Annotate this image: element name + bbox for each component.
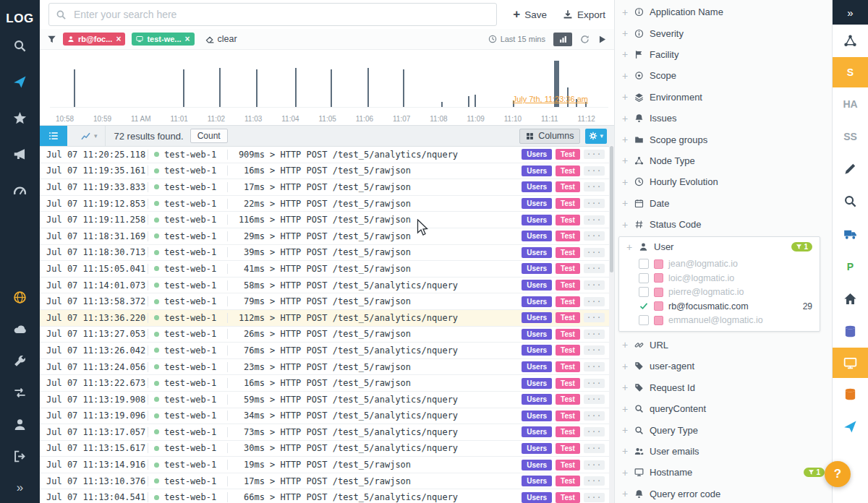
- export-button[interactable]: Export: [563, 9, 605, 20]
- users-badge[interactable]: Users: [522, 460, 552, 470]
- nav-search[interactable]: [13, 39, 27, 56]
- rail-workspace-s[interactable]: S: [833, 57, 868, 87]
- rail-edit[interactable]: [833, 152, 868, 185]
- log-row[interactable]: Jul 07 11:18:31.169test-web-129ms> HTTP …: [40, 228, 614, 245]
- row-more-button[interactable]: ···: [584, 297, 605, 306]
- log-row[interactable]: Jul 07 11:13:15.617test-web-130ms> HTTP …: [40, 441, 614, 457]
- checked-checkbox[interactable]: [639, 301, 649, 311]
- row-more-button[interactable]: ···: [584, 150, 605, 159]
- log-row[interactable]: Jul 07 11:19:12.853test-web-122ms> HTTP …: [40, 196, 614, 212]
- test-badge[interactable]: Test: [556, 231, 580, 241]
- nav-transfer[interactable]: [13, 386, 27, 403]
- test-badge[interactable]: Test: [556, 198, 580, 209]
- user-facet-option[interactable]: emmanuel@logmatic.io: [619, 313, 820, 327]
- log-row[interactable]: Jul 07 11:18:30.713test-web-139ms> HTTP …: [40, 245, 614, 262]
- user-facet-option[interactable]: rb@focusmatic.com29: [619, 299, 820, 314]
- test-badge[interactable]: Test: [556, 263, 580, 274]
- rail-home[interactable]: [833, 283, 868, 315]
- row-more-button[interactable]: ···: [584, 379, 605, 388]
- filter-tag[interactable]: rb@foc...×: [63, 33, 125, 46]
- facet-status-code[interactable]: +Status Code: [615, 214, 832, 235]
- test-badge[interactable]: Test: [556, 296, 580, 307]
- test-badge[interactable]: Test: [556, 215, 580, 225]
- rail-storage[interactable]: [833, 315, 868, 348]
- user-facet-option[interactable]: jean@logmatic.io: [619, 257, 820, 271]
- rail-workspace-ha[interactable]: HA: [833, 87, 868, 120]
- users-badge[interactable]: Users: [522, 492, 552, 503]
- remove-filter-icon[interactable]: ×: [185, 35, 190, 43]
- nav-settings[interactable]: [13, 354, 27, 371]
- log-row[interactable]: Jul 07 11:13:27.053test-web-126ms> HTTP …: [40, 327, 614, 343]
- row-more-button[interactable]: ···: [584, 395, 605, 404]
- users-badge[interactable]: Users: [522, 443, 552, 454]
- test-badge[interactable]: Test: [556, 247, 580, 258]
- row-more-button[interactable]: ···: [584, 182, 605, 192]
- test-badge[interactable]: Test: [556, 410, 580, 421]
- users-badge[interactable]: Users: [522, 476, 552, 486]
- log-row[interactable]: Jul 07 11:19:35.161test-web-116ms> HTTP …: [40, 163, 614, 180]
- facet-severity[interactable]: +Severity: [615, 22, 832, 43]
- facet-hourly-evolution[interactable]: +Hourly Evolution: [615, 171, 832, 192]
- live-tail-button[interactable]: [597, 35, 607, 44]
- facet-hostname[interactable]: +Hostname1: [615, 462, 832, 483]
- nav-cloud[interactable]: [13, 322, 27, 339]
- row-more-button[interactable]: ···: [584, 460, 605, 470]
- row-more-button[interactable]: ···: [584, 313, 605, 322]
- rail-send[interactable]: [833, 410, 868, 443]
- nav-favorites[interactable]: [13, 111, 27, 128]
- row-more-button[interactable]: ···: [584, 231, 605, 241]
- row-more-button[interactable]: ···: [584, 280, 605, 290]
- row-more-button[interactable]: ···: [584, 264, 605, 273]
- users-badge[interactable]: Users: [522, 280, 552, 291]
- refresh-button[interactable]: [580, 35, 590, 44]
- test-badge[interactable]: Test: [556, 361, 580, 372]
- nav-expand[interactable]: »: [17, 481, 23, 494]
- facet-request-id[interactable]: +Request Id: [615, 377, 832, 398]
- test-badge[interactable]: Test: [556, 378, 580, 389]
- row-more-button[interactable]: ···: [584, 493, 605, 502]
- row-more-button[interactable]: ···: [584, 248, 605, 257]
- log-row[interactable]: Jul 07 11:19:33.833test-web-117ms> HTTP …: [40, 179, 614, 196]
- row-more-button[interactable]: ···: [584, 166, 605, 176]
- row-more-button[interactable]: ···: [584, 411, 605, 421]
- columns-button[interactable]: Columns: [519, 129, 580, 144]
- timeline-toggle-button[interactable]: [553, 33, 572, 46]
- row-more-button[interactable]: ···: [584, 199, 605, 208]
- log-row[interactable]: Jul 07 11:13:19.096test-web-134ms> HTTP …: [40, 408, 614, 425]
- users-badge[interactable]: Users: [522, 329, 552, 340]
- rail-archives[interactable]: [833, 378, 868, 410]
- nav-logout[interactable]: [13, 450, 27, 466]
- users-badge[interactable]: Users: [522, 165, 552, 176]
- checkbox[interactable]: [639, 287, 649, 297]
- test-badge[interactable]: Test: [556, 476, 580, 486]
- facet-user[interactable]: +User1: [619, 237, 820, 257]
- users-badge[interactable]: Users: [522, 410, 552, 421]
- test-badge[interactable]: Test: [556, 280, 580, 291]
- users-badge[interactable]: Users: [522, 394, 552, 405]
- facet-query-type[interactable]: +Query Type: [615, 419, 832, 440]
- test-badge[interactable]: Test: [556, 394, 580, 405]
- facet-user-emails[interactable]: +User emails: [615, 441, 832, 462]
- test-badge[interactable]: Test: [556, 312, 580, 323]
- rail-workspace-ss[interactable]: SS: [833, 120, 868, 152]
- test-badge[interactable]: Test: [556, 329, 580, 340]
- facet-scope-groups[interactable]: +Scope groups: [615, 129, 832, 150]
- user-facet-option[interactable]: pierre@logmatic.io: [619, 285, 820, 299]
- users-badge[interactable]: Users: [522, 312, 552, 323]
- search-bar[interactable]: [48, 3, 497, 26]
- users-badge[interactable]: Users: [522, 149, 552, 160]
- remove-filter-icon[interactable]: ×: [116, 35, 121, 43]
- test-badge[interactable]: Test: [556, 165, 580, 176]
- log-row[interactable]: Jul 07 11:14:01.073test-web-158ms> HTTP …: [40, 278, 614, 294]
- filter-tag[interactable]: test-we...×: [132, 33, 194, 46]
- log-row[interactable]: Jul 07 11:13:22.673test-web-116ms> HTTP …: [40, 375, 614, 392]
- log-row[interactable]: Jul 07 11:19:11.258test-web-1116ms> HTTP…: [40, 212, 614, 228]
- users-badge[interactable]: Users: [522, 215, 552, 225]
- log-row[interactable]: Jul 07 11:20:25.118test-web-1909ms> HTTP…: [40, 147, 614, 163]
- test-badge[interactable]: Test: [556, 345, 580, 356]
- nav-language[interactable]: [13, 291, 27, 307]
- users-badge[interactable]: Users: [522, 345, 552, 356]
- checkbox[interactable]: [639, 273, 649, 283]
- test-badge[interactable]: Test: [556, 492, 580, 503]
- row-more-button[interactable]: ···: [584, 444, 605, 453]
